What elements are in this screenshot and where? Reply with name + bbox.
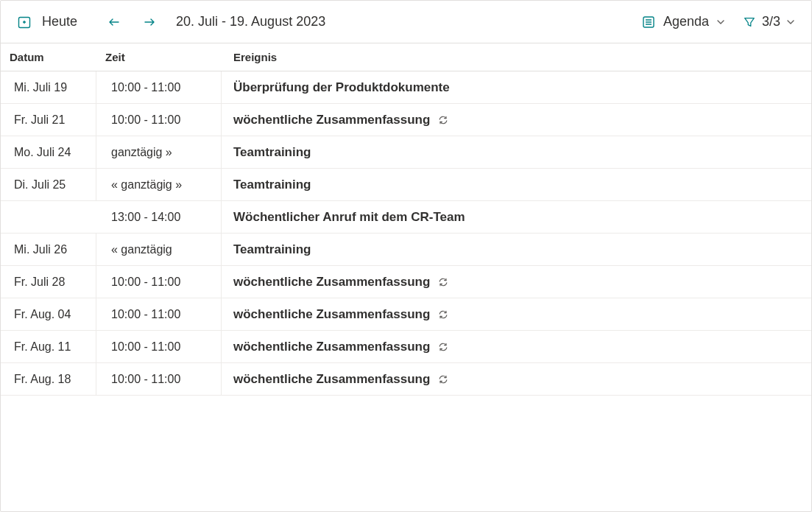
event-title-cell: wöchentliche Zusammenfassung [222, 332, 811, 362]
today-label: Heute [42, 14, 77, 29]
event-time: 13:00 - 14:00 [96, 201, 222, 233]
event-title: Wöchentlicher Anruf mit dem CR-Team [233, 210, 465, 225]
filter-button[interactable]: 3/3 [737, 11, 801, 32]
event-title-cell: wöchentliche Zusammenfassung [222, 105, 811, 135]
events-list: Mi. Juli 1910:00 - 11:00Überprüfung der … [1, 71, 811, 511]
event-date: Fr. Juli 21 [1, 104, 96, 136]
event-row[interactable]: Fr. Juli 2110:00 - 11:00wöchentliche Zus… [1, 104, 811, 136]
recurring-icon [437, 114, 449, 126]
event-row[interactable]: Fr. Aug. 1110:00 - 11:00wöchentliche Zus… [1, 331, 811, 363]
event-row[interactable]: Di. Juli 25« ganztägig »Teamtraining [1, 169, 811, 201]
event-date: Mo. Juli 24 [1, 136, 96, 168]
recurring-icon [437, 374, 449, 385]
event-time: 10:00 - 11:00 [96, 298, 222, 330]
event-title: wöchentliche Zusammenfassung [233, 372, 430, 387]
event-date: Fr. Aug. 04 [1, 298, 96, 330]
event-row[interactable]: Fr. Aug. 1810:00 - 11:00wöchentliche Zus… [1, 363, 811, 396]
event-time: 10:00 - 11:00 [96, 331, 222, 362]
event-date: Fr. Juli 28 [1, 266, 96, 298]
chevron-down-icon [716, 18, 725, 27]
event-title: wöchentliche Zusammenfassung [233, 113, 430, 127]
toolbar-left: Heute 20. Juli - 19. August 2023 [11, 9, 325, 35]
event-date: Di. Juli 25 [1, 169, 96, 200]
calendar-today-icon [14, 12, 35, 32]
event-title-cell: Teamtraining [222, 235, 811, 264]
toolbar-right: Agenda 3/3 [635, 11, 801, 32]
event-title: wöchentliche Zusammenfassung [233, 275, 430, 290]
event-time: « ganztägig » [96, 169, 222, 200]
event-row[interactable]: Mi. Juli 26« ganztägigTeamtraining [1, 234, 811, 266]
column-header-date: Datum [1, 43, 96, 71]
event-time: 10:00 - 11:00 [96, 71, 222, 103]
event-title-cell: wöchentliche Zusammenfassung [222, 300, 811, 329]
event-title-cell: Überprüfung der Produktdokumente [222, 73, 811, 102]
event-title: Teamtraining [233, 242, 311, 257]
chevron-down-icon [786, 18, 795, 27]
event-date [1, 201, 96, 233]
event-row[interactable]: Mi. Juli 1910:00 - 11:00Überprüfung der … [1, 71, 811, 104]
event-title: wöchentliche Zusammenfassung [233, 307, 430, 322]
column-headers: Datum Zeit Ereignis [1, 43, 811, 71]
event-time: 10:00 - 11:00 [96, 363, 222, 395]
event-date: Mi. Juli 26 [1, 234, 96, 265]
event-title: Teamtraining [233, 145, 311, 160]
view-switcher[interactable]: Agenda [635, 11, 731, 32]
filter-count: 3/3 [762, 14, 780, 29]
event-title: Teamtraining [233, 178, 311, 192]
recurring-icon [437, 341, 449, 353]
event-row[interactable]: Mo. Juli 24ganztägig »Teamtraining [1, 136, 811, 169]
next-button[interactable] [138, 10, 161, 34]
event-date: Fr. Aug. 11 [1, 331, 96, 362]
event-time: 10:00 - 11:00 [96, 104, 222, 136]
event-title-cell: Wöchentlicher Anruf mit dem CR-Team [222, 203, 811, 232]
agenda-icon [641, 15, 656, 29]
filter-icon [743, 15, 756, 29]
recurring-icon [437, 309, 449, 320]
event-row[interactable]: Fr. Aug. 0410:00 - 11:00wöchentliche Zus… [1, 298, 811, 331]
calendar-agenda-view: Heute 20. Juli - 19. August 2023 [0, 0, 812, 512]
event-title-cell: Teamtraining [222, 170, 811, 200]
prev-button[interactable] [102, 10, 126, 34]
event-date: Mi. Juli 19 [1, 71, 96, 103]
event-title-cell: wöchentliche Zusammenfassung [222, 365, 811, 394]
recurring-icon [437, 276, 449, 288]
column-header-time: Zeit [96, 43, 222, 71]
event-title: Überprüfung der Produktdokumente [233, 80, 450, 95]
column-header-event: Ereignis [222, 43, 811, 71]
date-range-label: 20. Juli - 19. August 2023 [167, 14, 325, 29]
event-title: wöchentliche Zusammenfassung [233, 340, 430, 354]
view-label: Agenda [663, 14, 709, 29]
event-time: 10:00 - 11:00 [96, 266, 222, 298]
event-title-cell: wöchentliche Zusammenfassung [222, 267, 811, 297]
event-row[interactable]: 13:00 - 14:00Wöchentlicher Anruf mit dem… [1, 201, 811, 234]
toolbar: Heute 20. Juli - 19. August 2023 [1, 1, 811, 43]
event-title-cell: Teamtraining [222, 138, 811, 167]
event-time: ganztägig » [96, 136, 222, 168]
event-row[interactable]: Fr. Juli 2810:00 - 11:00wöchentliche Zus… [1, 266, 811, 298]
event-date: Fr. Aug. 18 [1, 363, 96, 395]
today-button[interactable]: Heute [11, 9, 85, 35]
event-time: « ganztägig [96, 234, 222, 265]
